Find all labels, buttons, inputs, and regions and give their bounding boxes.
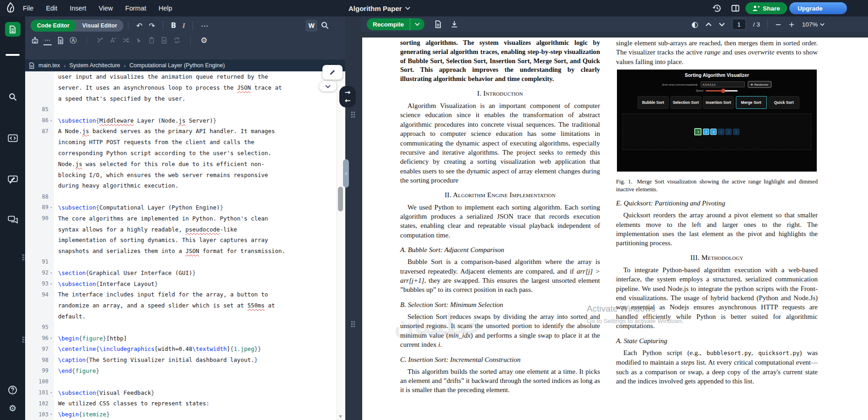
- menu-file[interactable]: File: [23, 5, 33, 12]
- code-line[interactable]: snapshots and serializes them into a JSO…: [25, 246, 345, 257]
- code-line[interactable]: blocking I/O, which ensures the web serv…: [25, 169, 345, 180]
- sidebar-item-files[interactable]: [0, 20, 25, 38]
- code-line[interactable]: user input and visualizes the animation …: [25, 71, 345, 82]
- sidebar-item-review[interactable]: [0, 170, 25, 188]
- scrollbar-thumb[interactable]: [338, 187, 343, 211]
- overleaf-logo-icon[interactable]: [5, 2, 16, 15]
- menu-insert[interactable]: Insert: [70, 5, 86, 12]
- code-line[interactable]: 91: [25, 257, 345, 268]
- code-line[interactable]: during heavy algorithmic execution.: [25, 180, 345, 191]
- document-check-icon[interactable]: [56, 36, 64, 44]
- more-tools-icon[interactable]: ⋯: [201, 22, 208, 30]
- compile-log-icon[interactable]: [434, 20, 442, 28]
- ai-robot-icon[interactable]: [31, 36, 39, 44]
- code-line[interactable]: 87A Node.js backend serves as the primar…: [25, 126, 345, 137]
- clipboard-icon[interactable]: [147, 36, 155, 44]
- menu-view[interactable]: View: [99, 5, 113, 12]
- page-down-icon[interactable]: [719, 22, 725, 27]
- redo-icon[interactable]: ↷: [149, 22, 155, 30]
- page-up-icon[interactable]: [706, 22, 712, 27]
- writefull-icon[interactable]: W: [305, 20, 317, 32]
- edit-tools-widget[interactable]: [322, 65, 343, 80]
- sidebar-item-symbols[interactable]: [0, 129, 25, 147]
- menu-help[interactable]: Help: [159, 5, 172, 12]
- code-line[interactable]: 101▾\subsection{Visual Feedback}: [25, 387, 345, 398]
- code-line[interactable]: Node.js was selected for this role due t…: [25, 158, 345, 169]
- code-line[interactable]: 95: [25, 322, 345, 333]
- italic-button[interactable]: I: [182, 22, 185, 30]
- panel-resize-grip[interactable]: [22, 337, 24, 338]
- visual-editor-toggle[interactable]: Visual Editor: [76, 22, 123, 29]
- code-line[interactable]: default.: [25, 311, 345, 322]
- pdf-viewer[interactable]: sorting algorithms. The system visualize…: [361, 32, 868, 420]
- code-line[interactable]: incoming HTTP POST requests from the cli…: [25, 137, 345, 148]
- code-line[interactable]: 92▾\section{Graphical User Interface (GU…: [25, 267, 345, 278]
- contrast-toggle-icon[interactable]: ◐: [691, 21, 698, 28]
- breadcrumb-section[interactable]: System Architecture: [70, 62, 120, 69]
- suggestions-icon[interactable]: ⋯: [43, 36, 52, 45]
- sync-icon[interactable]: [173, 36, 181, 44]
- bold-button[interactable]: B: [171, 22, 176, 30]
- code-line[interactable]: 97\centerline{\includegraphics[width=0.4…: [25, 344, 345, 355]
- language-check-icon[interactable]: Ⓐ: [69, 36, 77, 44]
- panel-resize-grip[interactable]: [22, 254, 24, 256]
- code-line[interactable]: 96▾\begin{figure}[htbp]: [25, 333, 345, 344]
- zoom-level-dropdown[interactable]: 107%: [802, 21, 825, 28]
- code-line[interactable]: 89▾\subsection{Computational Layer (Pyth…: [25, 202, 345, 213]
- zoom-in-button[interactable]: +: [788, 20, 794, 29]
- code-line[interactable]: server. It uses an asynchronous loop to …: [25, 82, 345, 93]
- code-line[interactable]: 93▾\subsection{Interface Layout}: [25, 278, 345, 289]
- download-pdf-icon[interactable]: [450, 20, 458, 28]
- paraphrase-doc-icon[interactable]: [160, 36, 168, 44]
- undo-icon[interactable]: ↶: [136, 22, 142, 30]
- fold-arrow[interactable]: ▾: [48, 412, 54, 416]
- shuffle-icon[interactable]: [122, 36, 130, 44]
- code-editor-area[interactable]: user input and visualizes the animation …: [25, 71, 345, 420]
- code-line[interactable]: implementation of sorting dynamics. This…: [25, 235, 345, 246]
- breadcrumb-subsection[interactable]: Computational Layer (Python Engine): [129, 62, 225, 69]
- panel-divider[interactable]: → ← ‹: [345, 16, 361, 420]
- code-line[interactable]: 100: [25, 376, 345, 387]
- menu-format[interactable]: Format: [125, 5, 146, 12]
- recompile-button[interactable]: Recompile: [367, 21, 410, 28]
- code-line[interactable]: 85: [25, 104, 345, 115]
- layout-icon[interactable]: [731, 4, 740, 13]
- page-number-input[interactable]: 1: [732, 19, 746, 30]
- code-line[interactable]: 90The core algorithms are implemented in…: [25, 213, 345, 224]
- translate-icon[interactable]: [109, 36, 117, 44]
- sidebar-item-chat[interactable]: [0, 210, 25, 229]
- code-line[interactable]: 102We utilized CSS classes to represent …: [25, 398, 345, 409]
- fold-arrow[interactable]: ▾: [48, 271, 54, 275]
- settings-gear-icon[interactable]: ⚙: [0, 399, 25, 417]
- menu-edit[interactable]: Edit: [46, 5, 57, 12]
- code-line[interactable]: 98\caption{The Sorting Visualizer initia…: [25, 355, 345, 366]
- code-line[interactable]: 103▾\begin{itemize}: [25, 409, 345, 420]
- history-icon[interactable]: [713, 4, 722, 13]
- edit-tools-collapse[interactable]: [319, 81, 337, 92]
- code-line[interactable]: 86▾\subsection{Middleware Layer (Node.js…: [25, 115, 345, 126]
- expand-left-icon[interactable]: ←: [345, 97, 351, 104]
- code-line[interactable]: syntax allows for a highly readable, pse…: [25, 224, 345, 235]
- zoom-out-button[interactable]: −: [775, 20, 781, 29]
- share-button[interactable]: Share: [745, 2, 787, 14]
- code-line[interactable]: corresponding Python script according to…: [25, 148, 345, 159]
- breadcrumb-file[interactable]: main.tex: [38, 62, 60, 69]
- project-title[interactable]: Algorithm Paper: [348, 0, 410, 16]
- collapse-editor-handle[interactable]: ‹: [343, 159, 349, 188]
- split-arrows-icon[interactable]: [96, 36, 104, 44]
- editor-search-icon[interactable]: [321, 21, 329, 30]
- expand-right-icon[interactable]: →: [345, 89, 351, 96]
- upgrade-button[interactable]: Upgrade: [789, 2, 847, 14]
- code-line[interactable]: randomize an array, and a speed slider w…: [25, 300, 345, 311]
- code-editor-toggle[interactable]: Code Editor: [31, 20, 76, 32]
- divider-grip[interactable]: [351, 321, 353, 323]
- cursor-icon[interactable]: [134, 36, 143, 44]
- help-button[interactable]: [0, 381, 25, 399]
- fold-arrow[interactable]: ▾: [48, 205, 54, 210]
- divider-grip[interactable]: [351, 112, 353, 113]
- recompile-dropdown[interactable]: [410, 18, 424, 30]
- code-line[interactable]: 99\end{figure}: [25, 366, 345, 377]
- fold-arrow[interactable]: ▾: [48, 282, 54, 286]
- writefull-settings-gear-icon[interactable]: ⚙: [200, 36, 208, 44]
- sidebar-item-search[interactable]: [0, 88, 25, 106]
